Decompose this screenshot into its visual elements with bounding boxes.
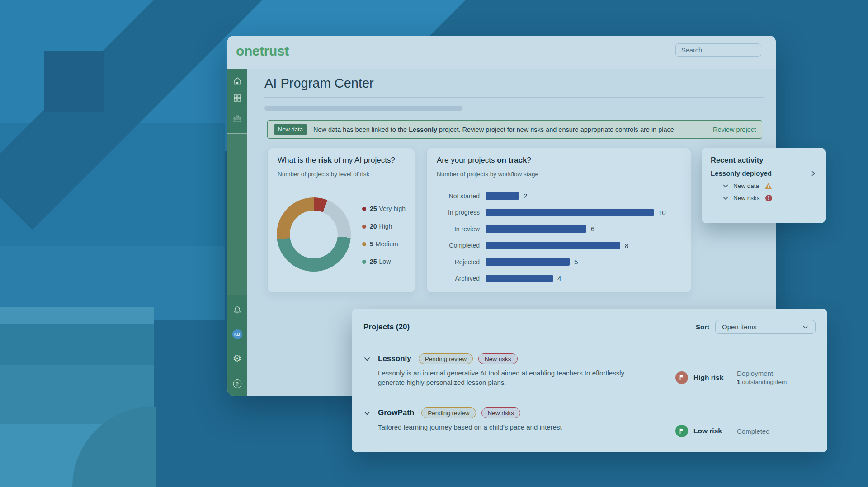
- charts-row: What is the risk of my AI projects? Numb…: [267, 148, 776, 293]
- sort-selected-value: Open items: [722, 323, 757, 331]
- legend-dot: [362, 225, 366, 229]
- project-main: LessonlyPending reviewNew risks Lessonly…: [378, 353, 675, 399]
- chevron-down-icon[interactable]: [363, 410, 371, 417]
- track-card-subtitle: Number of projects by workflow stage: [437, 171, 691, 178]
- bar-row: In review6: [427, 225, 684, 233]
- legend-item: 25Low: [362, 257, 406, 266]
- project-name[interactable]: Lessonly: [378, 354, 411, 363]
- badge-risk: New risks: [478, 353, 518, 364]
- home-icon[interactable]: [232, 76, 242, 86]
- onetrust-logo: onetrust: [236, 43, 289, 59]
- recent-item-label: New data: [733, 183, 759, 189]
- legend-dot: [362, 242, 366, 246]
- stage-name: Completed: [737, 427, 770, 435]
- risk-level-label: Low risk: [693, 427, 729, 435]
- bar-value: 6: [591, 225, 594, 233]
- bar-row: Rejected5: [427, 258, 684, 266]
- search-box[interactable]: [675, 43, 761, 57]
- chevron-down-icon: [802, 323, 809, 330]
- app-header: onetrust: [227, 36, 776, 69]
- loading-skeleton-bar: [264, 106, 462, 111]
- new-data-badge: New data: [274, 124, 307, 135]
- bar-row: Archived4: [427, 275, 684, 282]
- recent-event-label: Lessonly deployed: [711, 169, 772, 177]
- legend-item: 25Very high: [362, 204, 406, 213]
- avatar-initials: KB: [232, 329, 242, 339]
- project-status: High risk Deployment1 outstanding item: [675, 356, 816, 399]
- recent-items: New data New risks !: [711, 183, 816, 201]
- risk-level-label: High risk: [693, 374, 729, 382]
- apps-grid-icon[interactable]: [233, 94, 242, 103]
- project-description: Lessonly is an internal generative AI to…: [378, 368, 636, 387]
- legend-dot: [362, 207, 366, 211]
- badge-pending: Pending review: [419, 353, 473, 364]
- track-card-title: Are your projects on track?: [437, 156, 691, 165]
- chevron-right-icon[interactable]: [810, 170, 816, 177]
- notification-banner: New data New data has been linked to the…: [267, 120, 762, 139]
- desktop-background: onetrust: [0, 0, 868, 487]
- help-icon[interactable]: ?: [233, 379, 241, 388]
- stage-detail: 1 outstanding item: [737, 379, 787, 385]
- project-row: LessonlyPending reviewNew risks Lessonly…: [352, 345, 827, 399]
- bg-dark-square: [44, 51, 104, 112]
- notifications-bell-icon[interactable]: [233, 305, 242, 315]
- recent-event-row[interactable]: Lessonly deployed: [711, 169, 816, 177]
- recent-item[interactable]: New data: [722, 183, 816, 189]
- stage-column: Deployment1 outstanding item: [737, 370, 787, 385]
- settings-gear-icon[interactable]: ⚙: [233, 354, 242, 364]
- risk-flag-circle: [675, 371, 688, 384]
- sort-select-dropdown[interactable]: Open items: [715, 320, 816, 334]
- project-status: Low risk Completed: [675, 410, 816, 452]
- bar-value: 2: [524, 192, 527, 200]
- project-main: GrowPathPending reviewNew risks Tailored…: [378, 407, 675, 452]
- projects-header: Projects (20) Sort Open items: [352, 309, 827, 345]
- projects-title: Projects (20): [363, 323, 410, 332]
- bar-value: 8: [625, 242, 628, 249]
- legend-item: 5Medium: [362, 239, 406, 248]
- sort-label: Sort: [696, 323, 709, 331]
- bg-stripe: [0, 324, 154, 365]
- project-description: Tailored learning journey based on a chi…: [378, 422, 636, 432]
- recent-item-label: New risks: [733, 195, 760, 201]
- page-title: AI Program Center: [264, 76, 764, 98]
- badge-risk: New risks: [481, 407, 521, 418]
- recent-activity-title: Recent activity: [711, 156, 816, 164]
- bg-stripe: [0, 307, 154, 324]
- risk-card-subtitle: Number of projects by level of risk: [278, 171, 415, 178]
- user-avatar[interactable]: KB: [232, 329, 242, 339]
- sidebar: KB ⚙ ?: [227, 69, 247, 396]
- bar: [486, 275, 553, 282]
- bar-row: In progress10: [427, 209, 684, 216]
- stage-name: Deployment: [737, 370, 787, 377]
- briefcase-icon[interactable]: [232, 114, 242, 123]
- bar: [486, 225, 586, 233]
- chevron-down-icon[interactable]: [722, 195, 729, 201]
- chevron-down-icon[interactable]: [363, 356, 371, 363]
- stage-column: Completed: [737, 427, 770, 435]
- recent-activity-panel: Recent activity Lessonly deployed New da…: [702, 148, 826, 223]
- bar: [486, 242, 620, 249]
- warning-triangle-icon: [764, 183, 772, 189]
- bar-label: Rejected: [427, 258, 486, 266]
- risk-chart-card: What is the risk of my AI projects? Numb…: [267, 148, 415, 293]
- review-project-link[interactable]: Review project: [713, 126, 756, 133]
- bar: [486, 192, 519, 200]
- legend-dot: [362, 260, 366, 264]
- banner-message: New data has been linked to the Lessonly…: [313, 126, 674, 133]
- sidebar-scroll-track: [227, 133, 247, 295]
- risk-legend: 25Very high20High5Medium25Low: [362, 204, 406, 275]
- bar-label: Completed: [427, 242, 486, 249]
- bar: [486, 258, 570, 266]
- project-row: GrowPathPending reviewNew risks Tailored…: [352, 399, 827, 452]
- bar: [486, 209, 654, 216]
- risk-card-title: What is the risk of my AI projects?: [278, 156, 415, 165]
- donut-hole: [290, 211, 338, 258]
- chevron-down-icon[interactable]: [722, 183, 729, 189]
- projects-panel: Projects (20) Sort Open items LessonlyPe…: [352, 309, 827, 452]
- bar-label: Not started: [427, 192, 486, 200]
- recent-item[interactable]: New risks !: [722, 195, 816, 201]
- project-name[interactable]: GrowPath: [378, 408, 414, 417]
- workflow-bar-chart: Not started2In progress10In review6Compl…: [427, 192, 684, 291]
- search-input[interactable]: [676, 47, 766, 54]
- flag-icon: [679, 374, 685, 381]
